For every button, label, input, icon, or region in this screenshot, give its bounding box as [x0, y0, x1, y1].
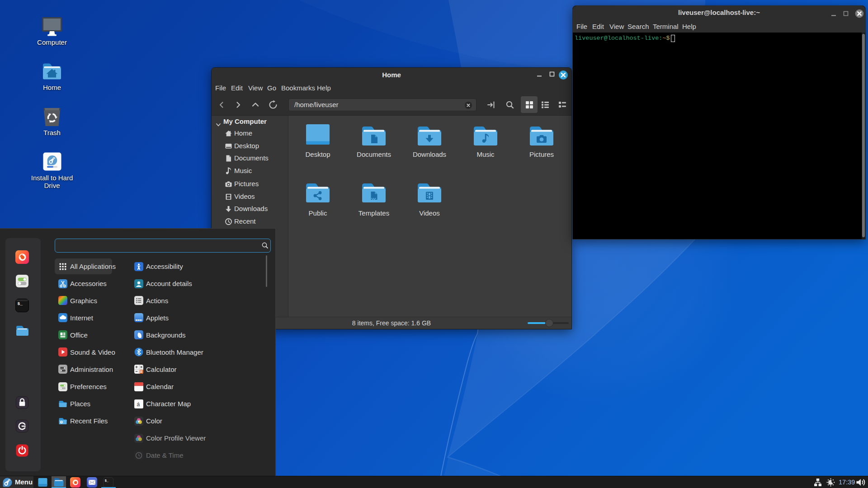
- svg-text:á: á: [137, 401, 140, 407]
- svg-text:$_: $_: [105, 479, 109, 483]
- svg-text:$_: $_: [18, 301, 23, 306]
